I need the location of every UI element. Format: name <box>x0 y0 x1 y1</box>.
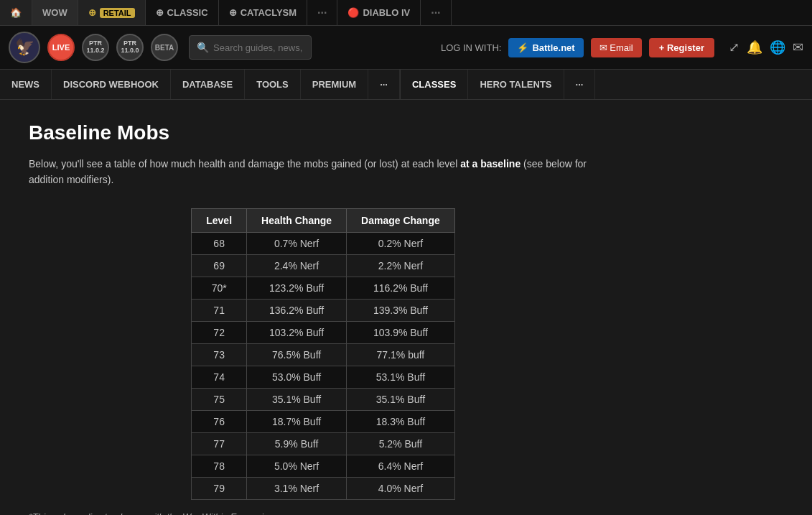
email-button[interactable]: ✉ Email <box>591 38 642 57</box>
cell-level: 68 <box>192 232 247 254</box>
top-tabs-bar: 🏠 WOW ⊕ RETAIL ⊕ CLASSIC ⊕ CATACLYSM ···… <box>0 0 812 26</box>
cell-health: 103.2% Buff <box>247 321 347 343</box>
nav-dots-icon-2: ··· <box>576 79 584 90</box>
search-bar[interactable]: 🔍 <box>189 35 312 60</box>
tab-retail[interactable]: ⊕ RETAIL <box>78 0 146 25</box>
table-footnote: *This only applies to players with the W… <box>29 511 617 515</box>
nav-premium-label: PREMIUM <box>312 79 356 90</box>
cell-health: 0.7% Nerf <box>247 232 347 254</box>
cell-damage: 116.2% Buff <box>347 277 455 299</box>
nav-discord-label: DISCORD WEBHOOK <box>63 79 159 90</box>
cell-health: 53.0% Buff <box>247 366 347 388</box>
cell-damage: 35.1% Buff <box>347 388 455 410</box>
retail-badge: RETAIL <box>100 8 135 18</box>
diablo-label: DIABLO IV <box>363 7 410 18</box>
main-nav: NEWS DISCORD WEBHOOK DATABASE TOOLS PREM… <box>0 70 812 100</box>
email-label: ✉ Email <box>599 42 633 53</box>
cell-health: 2.4% Nerf <box>247 254 347 277</box>
nav-classes-label: CLASSES <box>412 79 456 90</box>
table-header-row: Level Health Change Damage Change <box>192 208 455 232</box>
cell-level: 78 <box>192 455 247 477</box>
cell-health: 136.2% Buff <box>247 299 347 321</box>
beta-badge[interactable]: BETA <box>151 34 178 61</box>
nav-hero-talents[interactable]: HERO TALENTS <box>468 70 564 99</box>
table-row: 71 136.2% Buff 139.3% Buff <box>192 299 455 321</box>
nav-database-label: DATABASE <box>182 79 233 90</box>
tab-classic[interactable]: ⊕ CLASSIC <box>146 0 219 25</box>
cell-level: 73 <box>192 343 247 366</box>
tab-more-2[interactable]: ··· <box>421 0 451 25</box>
search-input[interactable] <box>213 42 304 53</box>
tab-home[interactable]: 🏠 <box>0 0 32 25</box>
battlenet-icon: ⚡ <box>517 42 528 53</box>
mail-icon[interactable]: ✉ <box>793 40 803 55</box>
main-content: Baseline Mobs Below, you'll see a table … <box>0 100 646 515</box>
wow-label: WOW <box>42 7 67 18</box>
page-description: Below, you'll see a table of how much he… <box>29 156 617 188</box>
cell-health: 5.0% Nerf <box>247 455 347 477</box>
col-damage: Damage Change <box>347 208 455 232</box>
cell-health: 5.9% Buff <box>247 432 347 455</box>
nav-dots-2[interactable]: ··· <box>564 70 596 99</box>
table-row: 75 35.1% Buff 35.1% Buff <box>192 388 455 410</box>
login-label: LOG IN WITH: <box>441 42 502 53</box>
table-row: 72 103.2% Buff 103.9% Buff <box>192 321 455 343</box>
cell-damage: 5.2% Buff <box>347 432 455 455</box>
bell-icon[interactable]: 🔔 <box>747 40 762 55</box>
battlenet-button[interactable]: ⚡ Battle.net <box>508 38 583 57</box>
table-row: 79 3.1% Nerf 4.0% Nerf <box>192 477 455 499</box>
tab-cataclysm[interactable]: ⊕ CATACLYSM <box>219 0 307 25</box>
globe-icon[interactable]: 🌐 <box>770 40 785 55</box>
table-row: 70* 123.2% Buff 116.2% Buff <box>192 277 455 299</box>
nav-tools[interactable]: TOOLS <box>245 70 301 99</box>
classic-label: CLASSIC <box>167 7 208 18</box>
ptr-badge-2[interactable]: PTR11.0.0 <box>116 34 144 61</box>
dots-icon-2: ··· <box>431 6 440 19</box>
cell-damage: 103.9% Buff <box>347 321 455 343</box>
cata-icon: ⊕ <box>229 7 237 18</box>
cell-damage: 18.3% Buff <box>347 410 455 432</box>
cell-level: 74 <box>192 366 247 388</box>
nav-database[interactable]: DATABASE <box>171 70 245 99</box>
classic-icon: ⊕ <box>156 7 164 18</box>
mobs-table: Level Health Change Damage Change 68 0.7… <box>191 208 455 500</box>
cell-health: 3.1% Nerf <box>247 477 347 499</box>
col-level: Level <box>192 208 247 232</box>
expand-icon[interactable]: ⤢ <box>729 40 739 55</box>
tab-wow[interactable]: WOW <box>32 0 78 25</box>
table-row: 74 53.0% Buff 53.1% Buff <box>192 366 455 388</box>
cell-damage: 2.2% Nerf <box>347 254 455 277</box>
nav-premium[interactable]: PREMIUM <box>301 70 368 99</box>
table-row: 68 0.7% Nerf 0.2% Nerf <box>192 232 455 254</box>
cell-level: 75 <box>192 388 247 410</box>
dots-icon-1: ··· <box>317 6 327 19</box>
tab-diablo[interactable]: 🔴 DIABLO IV <box>337 0 421 25</box>
ptr-badge-1[interactable]: PTR11.0.2 <box>82 34 109 61</box>
cell-health: 123.2% Buff <box>247 277 347 299</box>
desc-bold: at a baseline <box>460 158 521 170</box>
register-label: + Register <box>659 42 704 53</box>
nav-classes[interactable]: CLASSES <box>401 70 468 99</box>
table-row: 73 76.5% Buff 77.1% buff <box>192 343 455 366</box>
battlenet-label: Battle.net <box>532 42 574 53</box>
table-body: 68 0.7% Nerf 0.2% Nerf 69 2.4% Nerf 2.2%… <box>192 232 455 499</box>
nav-discord[interactable]: DISCORD WEBHOOK <box>52 70 171 99</box>
search-icon: 🔍 <box>197 42 209 53</box>
cell-health: 76.5% Buff <box>247 343 347 366</box>
nav-dots-icon-1: ··· <box>380 79 388 90</box>
table-wrapper: Level Health Change Damage Change 68 0.7… <box>29 208 617 500</box>
tab-more-1[interactable]: ··· <box>307 0 337 25</box>
cell-level: 71 <box>192 299 247 321</box>
col-health: Health Change <box>247 208 347 232</box>
desc-text-before: Below, you'll see a table of how much he… <box>29 158 457 170</box>
table-row: 76 18.7% Buff 18.3% Buff <box>192 410 455 432</box>
cell-level: 79 <box>192 477 247 499</box>
nav-news-label: NEWS <box>11 79 39 90</box>
cell-level: 76 <box>192 410 247 432</box>
live-badge[interactable]: LIVE <box>47 34 75 61</box>
cell-damage: 53.1% Buff <box>347 366 455 388</box>
register-button[interactable]: + Register <box>649 38 714 57</box>
nav-dots-1[interactable]: ··· <box>368 70 400 99</box>
cell-level: 77 <box>192 432 247 455</box>
nav-news[interactable]: NEWS <box>0 70 52 99</box>
